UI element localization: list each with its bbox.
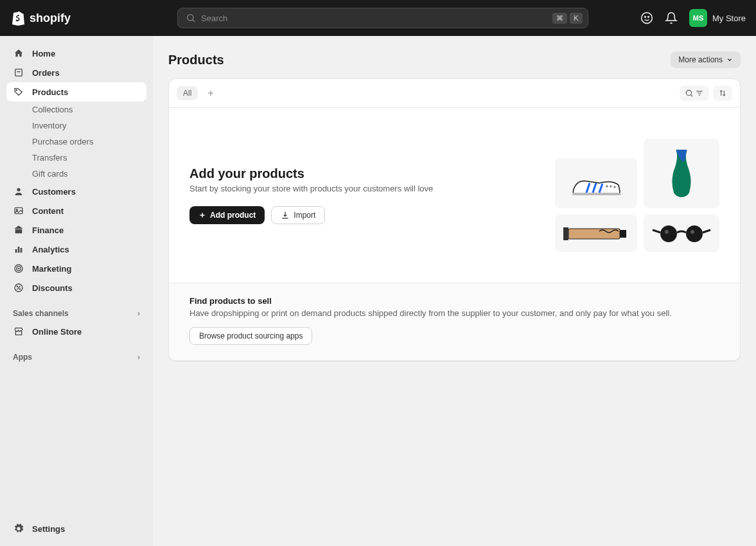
chevron-right-icon: › [137, 353, 140, 362]
nav-products[interactable]: Products [6, 82, 146, 101]
vase-illustration [644, 139, 719, 208]
svg-point-3 [645, 17, 646, 18]
sort-icon [718, 89, 727, 98]
search-shortcut: ⌘ K [552, 13, 583, 24]
sort-button[interactable] [713, 85, 732, 101]
svg-point-7 [16, 90, 17, 91]
notifications-icon[interactable] [665, 12, 678, 24]
nav-transfers[interactable]: Transfers [6, 150, 146, 166]
svg-point-39 [665, 230, 669, 234]
svg-rect-36 [620, 230, 626, 238]
content-icon [13, 205, 24, 216]
filter-icon [695, 89, 704, 98]
search-icon [685, 89, 694, 98]
main-content: Products More actions All [153, 36, 756, 546]
tabs-row: All [169, 79, 740, 108]
section-sales-channels[interactable]: Sales channels › [6, 305, 146, 322]
store-menu[interactable]: MS My Store [689, 9, 746, 27]
brand-logo[interactable]: shopify [10, 10, 71, 26]
nav-analytics[interactable]: Analytics [6, 240, 146, 259]
svg-point-10 [16, 209, 17, 211]
svg-point-4 [648, 17, 649, 18]
svg-rect-35 [563, 227, 568, 240]
svg-line-24 [691, 95, 693, 97]
search-icon [186, 13, 196, 23]
svg-rect-12 [18, 247, 20, 252]
svg-point-0 [188, 15, 193, 21]
product-illustrations [555, 139, 719, 252]
nav-customers[interactable]: Customers [6, 182, 146, 201]
nav-purchase-orders[interactable]: Purchase orders [6, 134, 146, 150]
svg-rect-13 [21, 248, 22, 252]
nav-orders[interactable]: Orders [6, 63, 146, 82]
find-subtitle: Have dropshipping or print on demand pro… [189, 308, 719, 318]
nav-marketing[interactable]: Marketing [6, 259, 146, 278]
browse-apps-button[interactable]: Browse product sourcing apps [189, 327, 312, 345]
nav-discounts[interactable]: Discounts [6, 278, 146, 297]
svg-point-37 [660, 225, 677, 242]
brand-name: shopify [30, 12, 71, 25]
chevron-down-icon [726, 57, 733, 63]
svg-point-8 [17, 188, 20, 191]
empty-title: Add your products [189, 166, 529, 181]
nav-inventory[interactable]: Inventory [6, 118, 146, 134]
find-products-section: Find products to sell Have dropshipping … [169, 283, 740, 360]
find-title: Find products to sell [189, 296, 719, 306]
sidebar: Home Orders Products Collections Invento… [0, 36, 153, 546]
svg-rect-11 [15, 249, 17, 252]
store-name: My Store [712, 13, 746, 23]
topbar: shopify ⌘ K MS My Store [0, 0, 756, 36]
svg-point-32 [614, 186, 616, 188]
svg-point-30 [606, 186, 608, 188]
nav-finance[interactable]: Finance [6, 220, 146, 240]
import-icon [281, 211, 290, 220]
section-apps[interactable]: Apps › [6, 349, 146, 365]
more-actions-button[interactable]: More actions [671, 51, 741, 68]
add-product-button[interactable]: Add product [189, 206, 265, 224]
finance-icon [13, 224, 24, 236]
svg-point-38 [686, 225, 703, 242]
store-avatar: MS [689, 9, 707, 27]
plus-icon [206, 89, 215, 98]
help-icon[interactable] [640, 12, 653, 24]
nav-settings[interactable]: Settings [6, 519, 146, 538]
sunglasses-illustration [644, 215, 719, 252]
nav-online-store[interactable]: Online Store [6, 322, 146, 341]
products-card: All Add your products [168, 78, 741, 361]
empty-state: Add your products Start by stocking your… [169, 108, 740, 283]
tube-illustration [555, 215, 637, 252]
svg-point-20 [19, 288, 20, 289]
chevron-right-icon: › [137, 309, 140, 318]
search-filter-button[interactable] [680, 85, 709, 101]
svg-point-19 [17, 286, 17, 286]
orders-icon [13, 67, 24, 78]
empty-subtitle: Start by stocking your store with produc… [189, 184, 529, 193]
svg-line-1 [193, 20, 195, 22]
marketing-icon [13, 263, 24, 274]
svg-point-16 [18, 268, 19, 269]
nav-home[interactable]: Home [6, 44, 146, 63]
home-icon [13, 48, 24, 59]
plus-icon [198, 211, 206, 219]
analytics-icon [13, 243, 24, 255]
store-icon [13, 326, 24, 337]
nav-collections[interactable]: Collections [6, 101, 146, 118]
import-button[interactable]: Import [271, 206, 325, 224]
products-icon [13, 86, 24, 98]
svg-point-40 [690, 230, 694, 234]
sneaker-illustration [555, 158, 637, 208]
search-bar[interactable]: ⌘ K [177, 8, 588, 28]
add-view-button[interactable] [202, 84, 220, 102]
svg-rect-33 [572, 193, 621, 195]
search-input[interactable] [201, 13, 547, 23]
nav-gift-cards[interactable]: Gift cards [6, 166, 146, 182]
svg-rect-34 [568, 229, 620, 239]
svg-point-2 [642, 13, 653, 24]
customers-icon [13, 186, 24, 197]
nav-content[interactable]: Content [6, 201, 146, 220]
shopify-icon [10, 10, 26, 26]
tab-all[interactable]: All [177, 86, 198, 100]
discounts-icon [13, 282, 24, 294]
page-title: Products [168, 53, 224, 67]
gear-icon [13, 523, 24, 534]
